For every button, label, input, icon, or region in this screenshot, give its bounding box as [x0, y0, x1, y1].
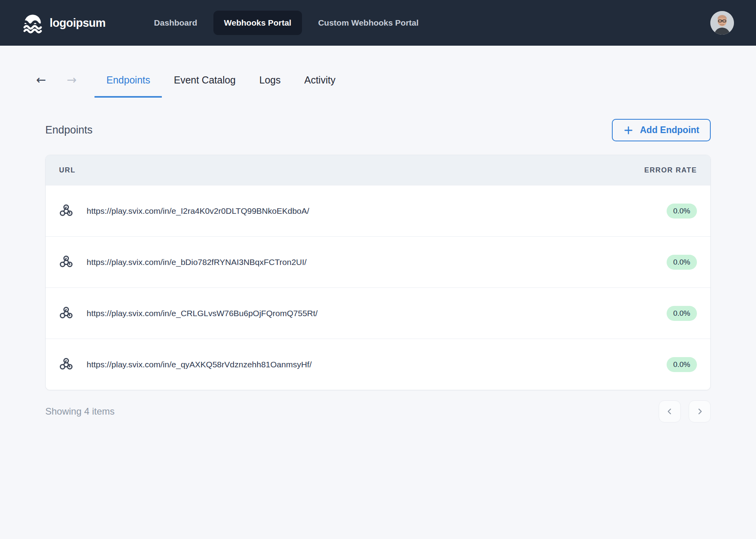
endpoint-url: https://play.svix.com/in/e_CRLGLvsW76Bu6…: [87, 309, 318, 318]
table-row[interactable]: https://play.svix.com/in/e_qyAXKQ58rVdzn…: [46, 339, 710, 390]
endpoint-url: https://play.svix.com/in/e_bDio782fRYNAI…: [87, 257, 307, 267]
error-rate-badge: 0.0%: [667, 357, 697, 372]
page-header: Endpoints Add Endpoint: [45, 119, 711, 141]
top-navbar: logoipsum Dashboard Webhooks Portal Cust…: [0, 0, 756, 46]
brand-name: logoipsum: [50, 17, 106, 30]
error-rate-badge: 0.0%: [667, 255, 697, 270]
endpoint-url: https://play.svix.com/in/e_I2ra4K0v2r0DL…: [87, 206, 309, 216]
portal-tabbar: ← → Endpoints Event Catalog Logs Activit…: [0, 46, 756, 98]
webhook-icon: [59, 254, 73, 270]
tab-endpoints[interactable]: Endpoints: [94, 70, 162, 98]
webhook-icon: [59, 203, 73, 219]
webhook-icon: [59, 357, 73, 372]
add-endpoint-label: Add Endpoint: [640, 125, 699, 135]
pagination: [659, 400, 711, 422]
back-arrow-icon[interactable]: ←: [32, 69, 50, 98]
tab-activity[interactable]: Activity: [293, 70, 347, 98]
webhook-icon: [59, 306, 73, 321]
table-header-row: URL ERROR RATE: [46, 155, 710, 185]
tab-logs[interactable]: Logs: [248, 70, 293, 98]
nav-item-custom-webhooks-portal[interactable]: Custom Webhooks Portal: [308, 11, 429, 35]
plus-icon: [623, 125, 634, 135]
chevron-left-icon: [665, 407, 674, 416]
table-footer: Showing 4 items: [45, 400, 711, 422]
column-header-error-rate: ERROR RATE: [644, 166, 697, 174]
table-row[interactable]: https://play.svix.com/in/e_CRLGLvsW76Bu6…: [46, 287, 710, 339]
tab-event-catalog[interactable]: Event Catalog: [162, 70, 247, 98]
nav-item-dashboard[interactable]: Dashboard: [143, 11, 208, 35]
tabs: Endpoints Event Catalog Logs Activity: [94, 70, 347, 98]
error-rate-badge: 0.0%: [667, 306, 697, 321]
add-endpoint-button[interactable]: Add Endpoint: [612, 119, 711, 141]
nav-item-webhooks-portal[interactable]: Webhooks Portal: [213, 11, 302, 35]
page-title: Endpoints: [45, 124, 93, 136]
table-row[interactable]: https://play.svix.com/in/e_I2ra4K0v2r0DL…: [46, 185, 710, 236]
primary-navigation: Dashboard Webhooks Portal Custom Webhook…: [143, 11, 429, 35]
user-avatar[interactable]: [710, 11, 734, 35]
items-count-summary: Showing 4 items: [45, 406, 115, 417]
endpoints-table: URL ERROR RATE https://play.svix.com/in/…: [45, 155, 711, 390]
column-header-url: URL: [59, 166, 76, 174]
forward-arrow-icon[interactable]: →: [63, 69, 80, 98]
next-page-button[interactable]: [689, 400, 711, 422]
table-row[interactable]: https://play.svix.com/in/e_bDio782fRYNAI…: [46, 236, 710, 287]
main-content: Endpoints Add Endpoint URL ERROR RATE: [0, 98, 756, 422]
error-rate-badge: 0.0%: [667, 204, 697, 219]
brand-logo[interactable]: logoipsum: [22, 12, 106, 33]
chevron-right-icon: [695, 407, 704, 416]
logoipsum-logo-icon: [22, 12, 43, 33]
endpoint-url: https://play.svix.com/in/e_qyAXKQ58rVdzn…: [87, 360, 312, 369]
previous-page-button[interactable]: [659, 400, 681, 422]
avatar-photo: [710, 11, 734, 35]
